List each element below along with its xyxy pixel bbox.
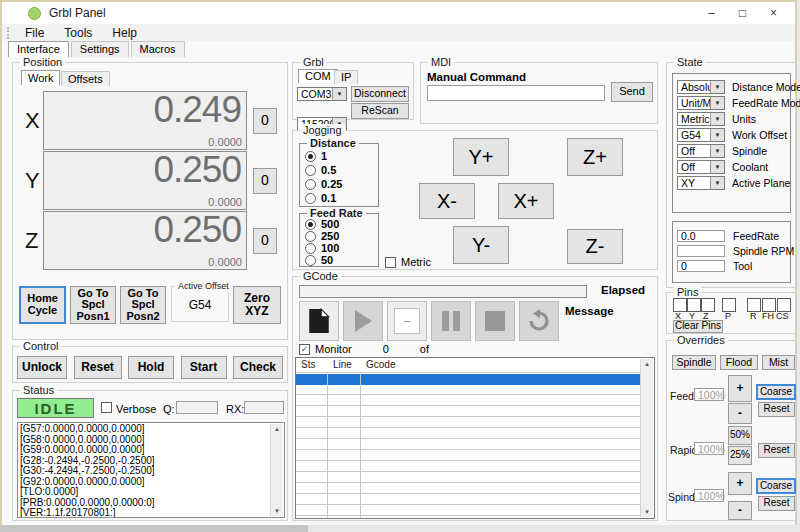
feed-override-minus-button[interactable]: - <box>728 403 752 424</box>
scroll-down-icon[interactable]: ▼ <box>274 507 280 515</box>
pin-fh-checkbox[interactable] <box>762 298 776 312</box>
pin-cs-checkbox[interactable] <box>777 298 791 312</box>
flood-toggle-button[interactable]: Flood <box>720 355 758 370</box>
start-button[interactable]: Start <box>181 356 227 379</box>
distance-05-radio[interactable] <box>305 165 316 176</box>
spindle-select[interactable]: Off▼ <box>677 144 725 158</box>
zero-xyz-button[interactable]: Zero XYZ <box>233 286 281 324</box>
hold-button[interactable]: Hold <box>128 356 174 379</box>
gcode-table[interactable]: Sts Line Gcode ▲ ▼ <box>295 357 655 519</box>
clear-pins-button[interactable]: Clear Pins <box>673 320 723 333</box>
zero-y-button[interactable]: 0 <box>253 168 277 194</box>
spindle-reset-button[interactable]: Reset <box>758 496 795 511</box>
unlock-button[interactable]: Unlock <box>17 356 67 379</box>
active-plane-select[interactable]: XY▼ <box>677 176 725 190</box>
manual-command-input[interactable] <box>427 85 605 101</box>
rapid-25-button[interactable]: 25% <box>728 446 752 465</box>
step-gcode-button[interactable]: – <box>387 301 427 341</box>
distance-1-radio[interactable] <box>305 151 316 162</box>
rapid-50-button[interactable]: 50% <box>728 426 752 445</box>
spindle-coarse-button[interactable]: Coarse <box>756 478 796 494</box>
mist-toggle-button[interactable]: Mist <box>762 355 795 370</box>
distance-mode-select[interactable]: Absolute▼ <box>677 80 725 94</box>
distance-025-radio[interactable] <box>305 179 316 190</box>
chevron-down-icon[interactable]: ▼ <box>710 97 724 109</box>
coolant-select[interactable]: Off▼ <box>677 160 725 174</box>
pause-gcode-button[interactable] <box>431 301 471 341</box>
pin-z-checkbox[interactable] <box>701 298 715 312</box>
pin-x-checkbox[interactable] <box>673 298 687 312</box>
tab-ip[interactable]: IP <box>334 70 358 84</box>
feedrate-500-radio[interactable] <box>305 219 316 230</box>
goto-spcl-posn2-button[interactable]: Go To Spcl Posn2 <box>120 286 166 324</box>
monitor-checkbox[interactable]: ✓ <box>299 344 310 355</box>
tab-settings[interactable]: Settings <box>71 41 129 57</box>
chevron-down-icon[interactable]: ▼ <box>710 129 724 141</box>
chevron-down-icon[interactable]: ▼ <box>710 81 724 93</box>
jog-z-plus-button[interactable]: Z+ <box>567 138 623 176</box>
menu-help[interactable]: Help <box>102 26 147 40</box>
distance-01-radio[interactable] <box>305 193 316 204</box>
zero-z-button[interactable]: 0 <box>253 228 277 254</box>
feedrate-mode-select[interactable]: Unit/Min▼ <box>677 96 725 110</box>
tab-com[interactable]: COM <box>298 69 338 83</box>
feed-override-plus-button[interactable]: + <box>728 375 752 402</box>
pin-p-checkbox[interactable] <box>722 298 736 312</box>
disconnect-button[interactable]: Disconnect <box>351 86 409 102</box>
queue-field[interactable] <box>176 401 218 414</box>
run-gcode-button[interactable] <box>343 301 383 341</box>
tab-offsets[interactable]: Offsets <box>61 71 110 86</box>
rapid-reset-button[interactable]: Reset <box>758 443 795 458</box>
spindle-override-minus-button[interactable]: - <box>728 501 752 520</box>
spindle-override-plus-button[interactable]: + <box>728 472 752 495</box>
pin-y-checkbox[interactable] <box>687 298 701 312</box>
tab-macros[interactable]: Macros <box>131 41 185 57</box>
pin-r-checkbox[interactable] <box>747 298 761 312</box>
close-button[interactable]: × <box>758 3 789 23</box>
minimize-button[interactable]: – <box>696 3 727 23</box>
jog-x-minus-button[interactable]: X- <box>419 183 475 219</box>
chevron-down-icon[interactable]: ▼ <box>710 177 724 189</box>
selected-gcode-row[interactable] <box>296 374 640 385</box>
feedrate-250-radio[interactable] <box>305 231 316 242</box>
spindle-toggle-button[interactable]: Spindle <box>672 355 716 370</box>
scroll-up-icon[interactable]: ▲ <box>644 360 650 368</box>
chevron-down-icon[interactable]: ▼ <box>332 88 346 100</box>
verbose-checkbox[interactable] <box>101 402 112 413</box>
maximize-button[interactable]: □ <box>727 3 758 23</box>
check-button[interactable]: Check <box>233 356 283 379</box>
feedrate-50-radio[interactable] <box>305 255 316 266</box>
feed-coarse-button[interactable]: Coarse <box>756 384 796 400</box>
feed-reset-button[interactable]: Reset <box>758 402 795 417</box>
jog-y-plus-button[interactable]: Y+ <box>453 138 509 176</box>
gcode-table-scrollbar[interactable]: ▲ ▼ <box>640 359 653 517</box>
menu-file[interactable]: File <box>15 26 54 40</box>
jog-z-minus-button[interactable]: Z- <box>567 229 623 264</box>
rewind-gcode-button[interactable] <box>519 301 559 341</box>
rx-field[interactable] <box>244 401 284 414</box>
work-offset-select[interactable]: G54▼ <box>677 128 725 142</box>
tab-interface[interactable]: Interface <box>8 41 69 57</box>
feedrate-100-radio[interactable] <box>305 243 316 254</box>
status-log-scrollbar[interactable]: ▲ ▼ <box>270 424 283 516</box>
metric-checkbox[interactable] <box>385 257 396 268</box>
chevron-down-icon[interactable]: ▼ <box>710 145 724 157</box>
com-port-select[interactable]: COM3 ▼ <box>297 87 347 101</box>
menu-tools[interactable]: Tools <box>54 26 102 40</box>
reset-button[interactable]: Reset <box>74 356 122 379</box>
status-log[interactable]: [G57:0.0000,0.0000,0.0000] [G58:0.0000,0… <box>17 422 285 518</box>
send-button[interactable]: Send <box>611 82 653 102</box>
scroll-up-icon[interactable]: ▲ <box>274 425 280 433</box>
zero-x-button[interactable]: 0 <box>253 108 277 134</box>
home-cycle-button[interactable]: Home Cycle <box>19 286 66 324</box>
scroll-down-icon[interactable]: ▼ <box>644 508 650 516</box>
tab-work[interactable]: Work <box>21 70 60 85</box>
open-gcode-file-button[interactable] <box>299 301 339 341</box>
jog-x-plus-button[interactable]: X+ <box>498 183 554 219</box>
jog-y-minus-button[interactable]: Y- <box>453 226 509 264</box>
stop-gcode-button[interactable] <box>475 301 515 341</box>
units-select[interactable]: Metric▼ <box>677 112 725 126</box>
rescan-button[interactable]: ReScan <box>351 103 409 119</box>
chevron-down-icon[interactable]: ▼ <box>710 161 724 173</box>
goto-spcl-posn1-button[interactable]: Go To Spcl Posn1 <box>70 286 116 324</box>
